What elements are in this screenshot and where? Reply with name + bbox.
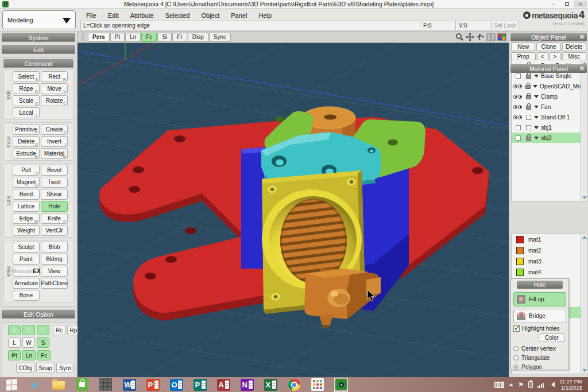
checkbox-icon[interactable] — [513, 325, 520, 332]
material-row-mat4[interactable]: mat4 — [512, 267, 581, 278]
bridge-button[interactable]: Bridge — [513, 309, 566, 323]
radio-icon[interactable] — [513, 346, 519, 351]
metasequoia-taskbar-icon[interactable] — [334, 378, 348, 391]
scroll-down-icon[interactable] — [581, 367, 587, 374]
menu-attribute[interactable]: Attribute — [125, 12, 160, 19]
magnet-button[interactable]: MagnetB — [13, 177, 40, 188]
radio-center-vertex[interactable]: Center vertex — [513, 344, 566, 353]
menu-object[interactable]: Object — [195, 12, 225, 19]
mode-dropdown[interactable]: Modeling — [2, 10, 76, 29]
pathclone-button[interactable]: PathClone — [41, 278, 68, 289]
bkimg-button[interactable]: BkImg — [41, 254, 68, 265]
rope-button[interactable]: RopeG — [13, 83, 40, 94]
restore-button[interactable] — [560, 1, 573, 7]
object-row-stand-off-1[interactable]: Stand Off 1 — [512, 112, 581, 122]
publisher-icon[interactable]: P — [193, 378, 207, 391]
file-explorer-icon[interactable] — [52, 378, 65, 391]
edit-option-z-toggle[interactable]: Z — [37, 325, 49, 335]
invert-button[interactable]: InvertI — [41, 136, 68, 147]
clock[interactable]: 11:27 PM 1/1/2015 — [559, 378, 585, 391]
scroll-down-icon[interactable] — [581, 195, 587, 201]
material-button[interactable]: MaterialM — [41, 148, 68, 159]
color-button[interactable]: Color — [539, 333, 565, 342]
chevron-down-icon[interactable] — [534, 106, 539, 111]
bend-button[interactable]: Bend — [13, 189, 40, 200]
section-system[interactable]: System — [2, 33, 75, 42]
close-icon[interactable]: ✕ — [579, 33, 585, 41]
rotate-icon[interactable] — [476, 33, 485, 41]
object-row-obj2[interactable]: obj2 — [512, 133, 581, 143]
minimize-button[interactable]: – — [547, 1, 559, 7]
scale-button[interactable]: ScaleQ — [13, 95, 40, 106]
menu-file[interactable]: File — [80, 12, 102, 19]
select-button[interactable]: SelectS — [13, 71, 40, 82]
panel-grip[interactable] — [82, 33, 84, 41]
highlight-holes-checkbox[interactable]: Highlight holes — [513, 325, 566, 332]
menu-help[interactable]: Help — [253, 12, 277, 19]
object-delete-button[interactable]: Delete — [562, 42, 586, 51]
hole-panel-title[interactable]: Hole — [517, 281, 563, 289]
rect-button[interactable]: RectR — [41, 71, 68, 82]
move-button[interactable]: MoveV — [41, 83, 68, 94]
object-row-openscad-moc[interactable]: OpenSCAD_Moc — [512, 81, 581, 91]
chevron-down-icon[interactable] — [534, 126, 539, 131]
section-edit[interactable]: Edit — [2, 45, 75, 54]
rotate-button[interactable]: RotateC — [41, 95, 68, 106]
twist-button[interactable]: Twist — [41, 177, 68, 188]
scroll-up-icon[interactable] — [581, 234, 587, 240]
edit-option-ln-toggle[interactable]: Ln — [22, 350, 36, 360]
material-panel-header[interactable]: Material Panel ✕ — [510, 64, 587, 73]
primitive-button[interactable]: PrimitiveP — [13, 124, 40, 135]
onenote-icon[interactable]: N — [240, 378, 254, 391]
lattice-button[interactable]: Lattice — [13, 201, 40, 212]
edit-option-x-toggle[interactable]: X — [8, 325, 21, 335]
section-edit-option[interactable]: Edit Option — [2, 310, 75, 319]
armature-button[interactable]: Armature — [13, 278, 40, 289]
edit-option-w-toggle[interactable]: W — [22, 337, 35, 348]
chevron-down-icon[interactable] — [534, 75, 539, 80]
viewport-tab-pt[interactable]: Pt — [110, 33, 125, 42]
edit-option-fc-toggle[interactable]: Fc — [37, 350, 51, 360]
outlook-icon[interactable]: O — [169, 378, 183, 391]
network-signal-icon[interactable] — [537, 382, 544, 388]
radio-icon[interactable] — [513, 364, 519, 370]
create-button[interactable]: CreateF — [41, 124, 68, 135]
view-grid-color-icon[interactable] — [497, 33, 506, 41]
start-button[interactable] — [5, 378, 18, 391]
section-command[interactable]: Command — [3, 59, 74, 68]
viewport-tab-disp[interactable]: Disp — [188, 33, 208, 42]
object-panel-header[interactable]: Object Panel ✕ — [510, 33, 587, 41]
local-button[interactable]: LocalL — [13, 107, 40, 118]
viewport-tab-pers[interactable]: Pers — [88, 33, 110, 42]
battery-icon[interactable] — [528, 381, 533, 388]
edit-option-s-toggle[interactable]: S — [37, 337, 49, 348]
menu-panel[interactable]: Panel — [225, 12, 253, 19]
material-row-mat1[interactable]: mat1 — [512, 234, 581, 245]
internet-explorer-icon[interactable]: e — [28, 378, 42, 391]
material-row-mat2[interactable]: mat2 — [512, 245, 581, 256]
view-grid-icon[interactable] — [486, 33, 496, 41]
access-icon[interactable]: A — [216, 378, 230, 391]
menu-selected[interactable]: Selected — [160, 12, 196, 19]
powerpoint-icon[interactable]: P — [146, 378, 160, 391]
vertclr-button[interactable]: VertClr — [41, 225, 68, 236]
material-row-mat3[interactable]: mat3 — [512, 256, 581, 267]
viewport-canvas[interactable] — [78, 43, 509, 377]
edit-option-cobj-toggle[interactable]: CObj — [16, 363, 34, 373]
chevron-up-icon[interactable] — [509, 381, 513, 386]
chevron-down-icon[interactable] — [534, 137, 539, 142]
chevron-down-icon[interactable] — [534, 95, 539, 100]
material-list-scrollbar[interactable] — [581, 234, 588, 374]
hole-button[interactable]: Hole — [41, 201, 68, 212]
zoom-icon[interactable] — [455, 33, 464, 41]
viewport-tab-si[interactable]: Si — [157, 33, 172, 42]
paint-button[interactable]: Paint — [13, 254, 40, 265]
knife-button[interactable]: KnifeK — [41, 213, 68, 224]
sculpt-button[interactable]: Sculpt — [13, 242, 40, 253]
edit-option-l-toggle[interactable]: L — [8, 337, 21, 348]
chevron-down-icon[interactable] — [534, 116, 539, 121]
view-button[interactable]: View — [41, 266, 68, 277]
shear-button[interactable]: Shear — [41, 189, 68, 200]
keyboard-icon[interactable] — [494, 382, 504, 388]
object-row-clamp[interactable]: Clamp — [512, 91, 581, 102]
